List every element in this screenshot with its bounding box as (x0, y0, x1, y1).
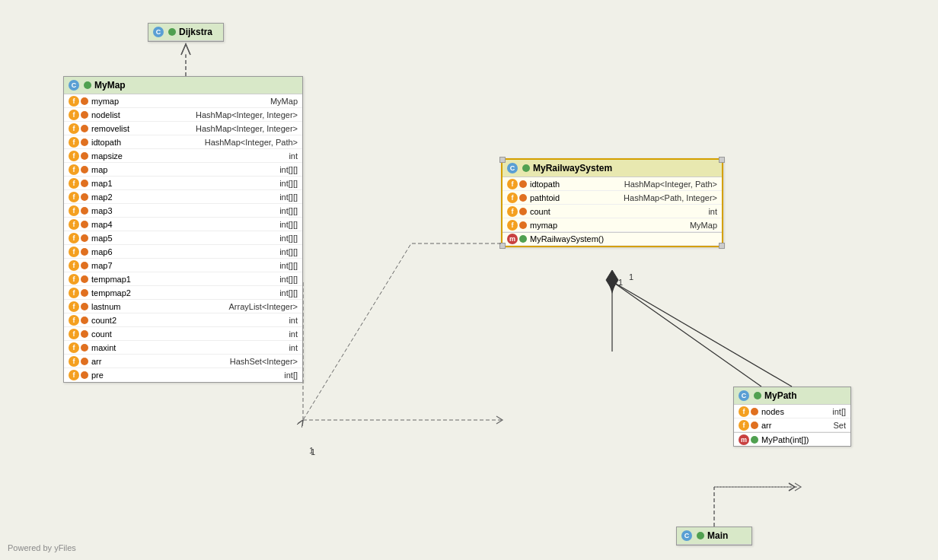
mypath-header: C MyPath (734, 387, 850, 405)
myrailwaysystem-field-mymap: f mymapMyMap (502, 218, 722, 232)
dijkstra-header: C Dijkstra (148, 24, 223, 41)
myrailwaysystem-class[interactable]: C MyRailwaySystem f idtopathHashMap<Inte… (501, 158, 723, 247)
mymap-field-map3: f map3int[][] (64, 204, 302, 218)
svg-text:1: 1 (309, 446, 314, 455)
mypath-field-nodes: f nodesint[] (734, 405, 850, 418)
mymap-access-icon (84, 81, 91, 89)
myrailwaysystem-field-idtopath: f idtopathHashMap<Integer, Path> (502, 177, 722, 191)
mymap-class[interactable]: C MyMap f mymapMyMap f nodelistHashMap<I… (63, 76, 303, 383)
mymap-header: C MyMap (64, 77, 302, 94)
mypath-class[interactable]: C MyPath f nodesint[] f arrSet m MyPath(… (733, 387, 851, 447)
mymap-field-map5: f map5int[][] (64, 231, 302, 245)
dijkstra-class[interactable]: C Dijkstra (148, 23, 224, 42)
mymap-field-tempmap1: f tempmap1int[][] (64, 272, 302, 286)
mypath-class-icon: C (739, 390, 749, 401)
mymap-field-pre: f preint[] (64, 368, 302, 382)
mymap-field-count2: f count2int (64, 313, 302, 327)
main-header: C Main (677, 527, 751, 545)
myrailwaysystem-field-pathtoid: f pathtoidHashMap<Path, Integer> (502, 191, 722, 205)
mypath-field-arr: f arrSet (734, 418, 850, 432)
main-class-icon: C (681, 530, 692, 541)
myrailwaysystem-field-count: f countint (502, 205, 722, 218)
mymap-field-removelist: f removelistHashMap<Integer, Integer> (64, 122, 302, 135)
powered-by-label: Powered by yFiles (8, 543, 76, 552)
svg-marker-6 (609, 272, 615, 291)
myrailwaysystem-class-icon: C (507, 163, 518, 173)
mymap-field-mapsize: f mapsizeint (64, 149, 302, 163)
mymap-field-tempmap2: f tempmap2int[][] (64, 286, 302, 300)
mymap-class-icon: C (69, 80, 79, 91)
myrailwaysystem-method-constructor: m MyRailwaySystem() (502, 232, 722, 246)
svg-marker-9 (609, 272, 615, 294)
mymap-field-maxint: f maxintint (64, 341, 302, 355)
mymap-field-arr: f arrHashSet<Integer> (64, 355, 302, 368)
mypath-method-constructor: m MyPath(int[]) (734, 432, 850, 446)
main-class[interactable]: C Main (676, 527, 752, 546)
myrailwaysystem-header: C MyRailwaySystem (502, 160, 722, 177)
dijkstra-class-icon: C (153, 27, 164, 37)
mymap-field-map2: f map2int[][] (64, 190, 302, 204)
svg-line-8 (612, 282, 761, 387)
main-name: Main (707, 530, 728, 541)
myrailwaysystem-access-icon (522, 164, 530, 172)
main-access-icon (697, 532, 704, 539)
mymap-field-map7: f map7int[][] (64, 259, 302, 272)
mymap-field-lastnum: f lastnumArrayList<Integer> (64, 300, 302, 313)
mymap-field-count: f countint (64, 327, 302, 341)
svg-text:1: 1 (311, 447, 315, 457)
mymap-field-map: f mapint[][] (64, 163, 302, 177)
svg-line-14 (612, 282, 792, 387)
mymap-field-map4: f map4int[][] (64, 218, 302, 231)
mymap-field-map6: f map6int[][] (64, 245, 302, 259)
dijkstra-name: Dijkstra (179, 27, 212, 37)
mypath-name: MyPath (764, 390, 797, 401)
myrailwaysystem-name: MyRailwaySystem (533, 163, 612, 173)
mypath-access-icon (754, 392, 761, 399)
dijkstra-access-icon (168, 28, 176, 36)
mymap-title: MyMap (94, 80, 126, 91)
mymap-field-idtopath: f idtopathHashMap<Integer, Path> (64, 135, 302, 149)
mymap-field-nodelist: f nodelistHashMap<Integer, Integer> (64, 108, 302, 122)
mymap-field-map1: f map1int[][] (64, 177, 302, 190)
svg-text:1: 1 (618, 278, 623, 287)
mymap-field-mymap: f mymapMyMap (64, 94, 302, 108)
svg-marker-15 (606, 270, 618, 290)
svg-text:1: 1 (629, 272, 633, 282)
